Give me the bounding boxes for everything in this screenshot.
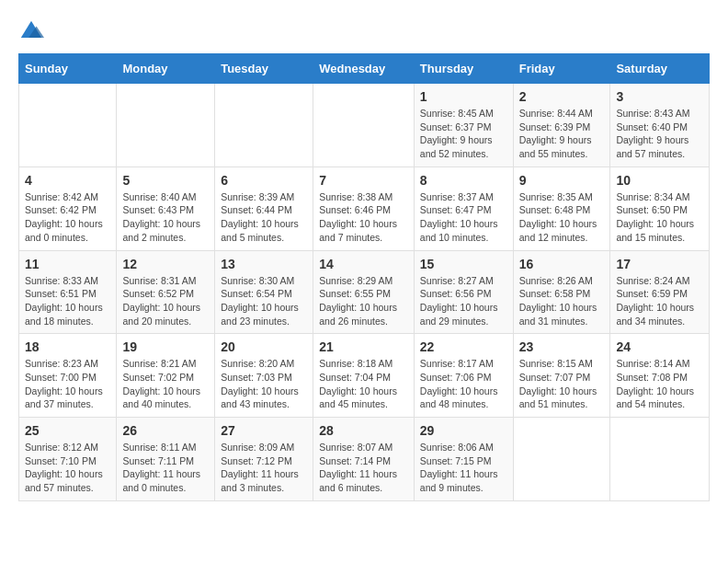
day-info: Sunrise: 8:24 AM Sunset: 6:59 PM Dayligh… bbox=[616, 274, 703, 328]
day-number: 22 bbox=[420, 339, 507, 354]
day-info: Sunrise: 8:37 AM Sunset: 6:47 PM Dayligh… bbox=[420, 190, 507, 245]
calendar-cell: 19Sunrise: 8:21 AM Sunset: 7:02 PM Dayli… bbox=[117, 334, 215, 418]
calendar-cell: 17Sunrise: 8:24 AM Sunset: 6:59 PM Dayli… bbox=[610, 250, 710, 334]
day-number: 25 bbox=[25, 423, 110, 438]
calendar-cell: 11Sunrise: 8:33 AM Sunset: 6:51 PM Dayli… bbox=[19, 250, 117, 334]
calendar-cell: 13Sunrise: 8:30 AM Sunset: 6:54 PM Dayli… bbox=[215, 250, 313, 334]
day-number: 20 bbox=[221, 339, 307, 354]
day-info: Sunrise: 8:12 AM Sunset: 7:10 PM Dayligh… bbox=[25, 441, 110, 495]
day-info: Sunrise: 8:20 AM Sunset: 7:03 PM Dayligh… bbox=[221, 357, 307, 411]
day-number: 7 bbox=[319, 173, 408, 188]
calendar-cell: 29Sunrise: 8:06 AM Sunset: 7:15 PM Dayli… bbox=[414, 418, 513, 501]
day-number: 19 bbox=[122, 339, 209, 354]
calendar-cell bbox=[117, 84, 215, 167]
calendar-cell bbox=[610, 418, 710, 501]
day-number: 6 bbox=[221, 173, 307, 188]
week-row-4: 18Sunrise: 8:23 AM Sunset: 7:00 PM Dayli… bbox=[19, 334, 710, 418]
calendar-cell: 23Sunrise: 8:15 AM Sunset: 7:07 PM Dayli… bbox=[513, 334, 610, 418]
header-day-saturday: Saturday bbox=[610, 54, 710, 84]
day-info: Sunrise: 8:18 AM Sunset: 7:04 PM Dayligh… bbox=[319, 357, 408, 411]
day-number: 15 bbox=[420, 257, 507, 271]
day-number: 11 bbox=[25, 257, 110, 271]
calendar-cell: 20Sunrise: 8:20 AM Sunset: 7:03 PM Dayli… bbox=[215, 334, 313, 418]
day-number: 10 bbox=[616, 173, 703, 188]
day-info: Sunrise: 8:09 AM Sunset: 7:12 PM Dayligh… bbox=[221, 441, 307, 495]
day-number: 2 bbox=[519, 89, 605, 104]
calendar-cell: 5Sunrise: 8:40 AM Sunset: 6:43 PM Daylig… bbox=[117, 167, 215, 250]
header-day-thursday: Thursday bbox=[414, 54, 513, 84]
day-number: 9 bbox=[519, 173, 605, 188]
calendar-cell: 28Sunrise: 8:07 AM Sunset: 7:14 PM Dayli… bbox=[313, 418, 415, 501]
calendar-cell bbox=[313, 84, 415, 167]
day-info: Sunrise: 8:07 AM Sunset: 7:14 PM Dayligh… bbox=[319, 441, 408, 495]
calendar-cell: 24Sunrise: 8:14 AM Sunset: 7:08 PM Dayli… bbox=[610, 334, 710, 418]
week-row-2: 4Sunrise: 8:42 AM Sunset: 6:42 PM Daylig… bbox=[19, 167, 710, 250]
week-row-3: 11Sunrise: 8:33 AM Sunset: 6:51 PM Dayli… bbox=[19, 250, 710, 334]
day-number: 4 bbox=[25, 173, 110, 188]
day-info: Sunrise: 8:39 AM Sunset: 6:44 PM Dayligh… bbox=[221, 190, 307, 245]
calendar-cell: 18Sunrise: 8:23 AM Sunset: 7:00 PM Dayli… bbox=[19, 334, 117, 418]
day-info: Sunrise: 8:35 AM Sunset: 6:48 PM Dayligh… bbox=[519, 190, 605, 245]
day-number: 24 bbox=[616, 339, 703, 354]
calendar-cell: 2Sunrise: 8:44 AM Sunset: 6:39 PM Daylig… bbox=[513, 84, 610, 167]
day-info: Sunrise: 8:23 AM Sunset: 7:00 PM Dayligh… bbox=[25, 357, 110, 411]
calendar-cell: 8Sunrise: 8:37 AM Sunset: 6:47 PM Daylig… bbox=[414, 167, 513, 250]
day-number: 27 bbox=[221, 423, 307, 438]
calendar-cell: 14Sunrise: 8:29 AM Sunset: 6:55 PM Dayli… bbox=[313, 250, 415, 334]
day-info: Sunrise: 8:33 AM Sunset: 6:51 PM Dayligh… bbox=[25, 274, 110, 328]
calendar-cell: 21Sunrise: 8:18 AM Sunset: 7:04 PM Dayli… bbox=[313, 334, 415, 418]
calendar-header-row: SundayMondayTuesdayWednesdayThursdayFrid… bbox=[19, 54, 710, 84]
week-row-5: 25Sunrise: 8:12 AM Sunset: 7:10 PM Dayli… bbox=[19, 418, 710, 501]
calendar-cell: 25Sunrise: 8:12 AM Sunset: 7:10 PM Dayli… bbox=[19, 418, 117, 501]
header-day-tuesday: Tuesday bbox=[215, 54, 313, 84]
day-info: Sunrise: 8:38 AM Sunset: 6:46 PM Dayligh… bbox=[319, 190, 408, 245]
calendar-cell: 3Sunrise: 8:43 AM Sunset: 6:40 PM Daylig… bbox=[610, 84, 710, 167]
calendar-cell bbox=[19, 84, 117, 167]
day-number: 14 bbox=[319, 257, 408, 271]
day-number: 21 bbox=[319, 339, 408, 354]
calendar-cell: 10Sunrise: 8:34 AM Sunset: 6:50 PM Dayli… bbox=[610, 167, 710, 250]
day-number: 26 bbox=[122, 423, 209, 438]
calendar-cell bbox=[215, 84, 313, 167]
day-info: Sunrise: 8:17 AM Sunset: 7:06 PM Dayligh… bbox=[420, 357, 507, 411]
day-number: 3 bbox=[616, 89, 703, 104]
day-info: Sunrise: 8:11 AM Sunset: 7:11 PM Dayligh… bbox=[122, 441, 209, 495]
calendar-table: SundayMondayTuesdayWednesdayThursdayFrid… bbox=[18, 53, 710, 501]
day-number: 28 bbox=[319, 423, 408, 438]
day-number: 17 bbox=[616, 257, 703, 271]
day-number: 23 bbox=[519, 339, 605, 354]
day-info: Sunrise: 8:27 AM Sunset: 6:56 PM Dayligh… bbox=[420, 274, 507, 328]
logo bbox=[18, 18, 48, 44]
calendar-cell bbox=[513, 418, 610, 501]
header-day-sunday: Sunday bbox=[19, 54, 117, 84]
calendar-cell: 4Sunrise: 8:42 AM Sunset: 6:42 PM Daylig… bbox=[19, 167, 117, 250]
calendar-cell: 26Sunrise: 8:11 AM Sunset: 7:11 PM Dayli… bbox=[117, 418, 215, 501]
day-info: Sunrise: 8:26 AM Sunset: 6:58 PM Dayligh… bbox=[519, 274, 605, 328]
day-info: Sunrise: 8:30 AM Sunset: 6:54 PM Dayligh… bbox=[221, 274, 307, 328]
calendar-cell: 22Sunrise: 8:17 AM Sunset: 7:06 PM Dayli… bbox=[414, 334, 513, 418]
day-number: 18 bbox=[25, 339, 110, 354]
day-number: 8 bbox=[420, 173, 507, 188]
week-row-1: 1Sunrise: 8:45 AM Sunset: 6:37 PM Daylig… bbox=[19, 84, 710, 167]
day-number: 29 bbox=[420, 423, 507, 438]
calendar-cell: 7Sunrise: 8:38 AM Sunset: 6:46 PM Daylig… bbox=[313, 167, 415, 250]
header bbox=[18, 18, 710, 44]
day-info: Sunrise: 8:34 AM Sunset: 6:50 PM Dayligh… bbox=[616, 190, 703, 245]
header-day-monday: Monday bbox=[117, 54, 215, 84]
day-info: Sunrise: 8:15 AM Sunset: 7:07 PM Dayligh… bbox=[519, 357, 605, 411]
day-info: Sunrise: 8:45 AM Sunset: 6:37 PM Dayligh… bbox=[420, 107, 507, 161]
day-info: Sunrise: 8:42 AM Sunset: 6:42 PM Dayligh… bbox=[25, 190, 110, 245]
day-number: 13 bbox=[221, 257, 307, 271]
day-number: 1 bbox=[420, 89, 507, 104]
calendar-cell: 6Sunrise: 8:39 AM Sunset: 6:44 PM Daylig… bbox=[215, 167, 313, 250]
day-number: 16 bbox=[519, 257, 605, 271]
calendar-cell: 27Sunrise: 8:09 AM Sunset: 7:12 PM Dayli… bbox=[215, 418, 313, 501]
calendar-cell: 15Sunrise: 8:27 AM Sunset: 6:56 PM Dayli… bbox=[414, 250, 513, 334]
logo-icon bbox=[18, 18, 44, 44]
header-day-wednesday: Wednesday bbox=[313, 54, 415, 84]
day-info: Sunrise: 8:06 AM Sunset: 7:15 PM Dayligh… bbox=[420, 441, 507, 495]
day-number: 12 bbox=[122, 257, 209, 271]
day-info: Sunrise: 8:21 AM Sunset: 7:02 PM Dayligh… bbox=[122, 357, 209, 411]
day-info: Sunrise: 8:31 AM Sunset: 6:52 PM Dayligh… bbox=[122, 274, 209, 328]
day-info: Sunrise: 8:44 AM Sunset: 6:39 PM Dayligh… bbox=[519, 107, 605, 161]
